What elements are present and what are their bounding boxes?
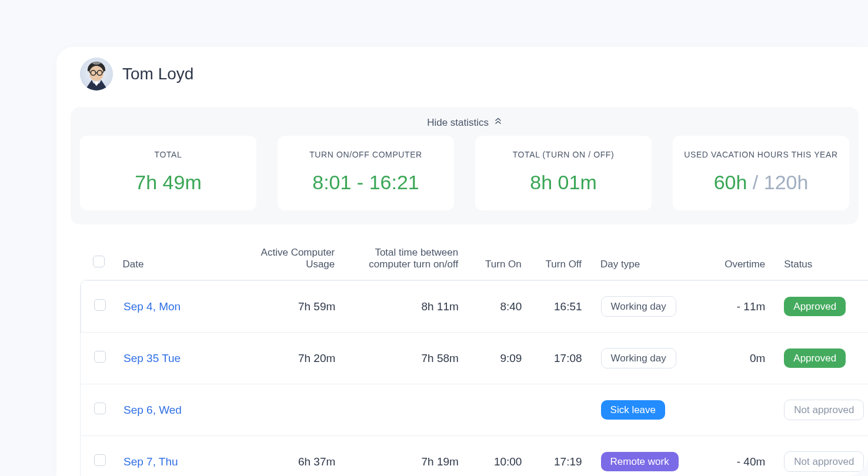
date-link[interactable]: Sep 35 Tue xyxy=(123,352,181,364)
date-link[interactable]: Sep 4, Mon xyxy=(123,300,181,313)
stat-card-vacation: USED VACATION HOURS THIS YEAR 60h / 120h xyxy=(673,136,849,210)
stat-title: TURN ON/OFF COMPUTER xyxy=(283,150,448,159)
cell-usage xyxy=(226,384,340,436)
col-totaltime: Total time between computer turn on/off xyxy=(339,241,463,280)
cell-totaltime: 7h 58m xyxy=(340,333,463,384)
col-date: Date xyxy=(118,241,226,280)
cell-overtime: 0m xyxy=(697,333,770,384)
cell-usage: 7h 59m xyxy=(226,281,340,333)
cell-turnoff: 16:51 xyxy=(526,281,586,333)
stat-value: 8:01 - 16:21 xyxy=(283,171,448,194)
cell-turnon xyxy=(463,384,527,436)
daytype-pill[interactable]: Sick leave xyxy=(601,400,665,420)
col-turnon: Turn On xyxy=(463,241,526,280)
select-all-checkbox[interactable] xyxy=(93,256,105,267)
cell-turnoff: 17:19 xyxy=(526,436,586,477)
row-checkbox[interactable] xyxy=(94,454,106,466)
user-name: Tom Loyd xyxy=(122,65,193,83)
col-status: Status xyxy=(770,241,868,280)
stats-section: Hide statistics TOTAL 7h 49m TURN ON/OFF… xyxy=(71,107,859,224)
vacation-total: 120h xyxy=(764,171,809,193)
stat-card-total: TOTAL 7h 49m xyxy=(80,136,256,210)
chevron-up-double-icon xyxy=(494,116,502,128)
col-overtime: Overtime xyxy=(697,241,770,280)
stat-cards: TOTAL 7h 49m TURN ON/OFF COMPUTER 8:01 -… xyxy=(80,136,849,210)
daytype-pill[interactable]: Working day xyxy=(601,296,676,317)
cell-turnon: 9:09 xyxy=(463,333,527,384)
vacation-sep: / xyxy=(747,171,763,193)
stat-value: 7h 49m xyxy=(86,171,251,194)
col-usage: Active Computer Usage xyxy=(226,241,340,280)
main-panel: Tom Loyd Hide statistics TOTAL 7h 49m xyxy=(56,47,868,476)
table-row: Sep 35 Tue7h 20m7h 58m9:0917:08Working d… xyxy=(81,333,869,384)
timesheet-table: Date Active Computer Usage Total time be… xyxy=(56,241,868,476)
svg-point-1 xyxy=(89,66,104,81)
status-badge: Approved xyxy=(784,297,846,316)
cell-turnoff xyxy=(526,384,586,436)
vacation-used: 60h xyxy=(714,171,747,193)
stat-value: 60h / 120h xyxy=(679,171,843,194)
stat-title: TOTAL (TURN ON / OFF) xyxy=(481,150,646,159)
cell-turnon: 8:40 xyxy=(463,281,527,333)
avatar xyxy=(80,58,113,90)
cell-overtime xyxy=(697,384,770,436)
status-badge: Not approved xyxy=(784,451,864,472)
toggle-stats-label: Hide statistics xyxy=(427,117,489,128)
stat-card-onoff: TURN ON/OFF COMPUTER 8:01 - 16:21 xyxy=(278,136,454,210)
cell-overtime: - 40m xyxy=(697,436,770,477)
date-link[interactable]: Sep 7, Thu xyxy=(123,455,178,468)
user-header: Tom Loyd xyxy=(56,47,868,107)
col-daytype: Day type xyxy=(586,241,697,280)
daytype-pill[interactable]: Remote work xyxy=(601,452,679,471)
cell-totaltime xyxy=(340,384,463,436)
cell-totaltime: 8h 11m xyxy=(340,281,463,333)
cell-totaltime: 7h 19m xyxy=(340,436,463,477)
toggle-stats-button[interactable]: Hide statistics xyxy=(80,114,849,136)
table-row: Sep 4, Mon7h 59m8h 11m8:4016:51Working d… xyxy=(81,281,869,333)
daytype-pill[interactable]: Working day xyxy=(601,348,676,368)
status-badge: Approved xyxy=(784,348,846,368)
cell-turnon: 10:00 xyxy=(463,436,527,477)
date-link[interactable]: Sep 6, Wed xyxy=(123,404,182,416)
row-checkbox[interactable] xyxy=(94,299,106,311)
table-row: Sep 6, WedSick leaveNot approved xyxy=(81,384,869,436)
stat-card-total-onoff: TOTAL (TURN ON / OFF) 8h 01m xyxy=(475,136,652,210)
stat-title: USED VACATION HOURS THIS YEAR xyxy=(679,150,843,159)
stat-title: TOTAL xyxy=(86,150,251,159)
col-turnoff: Turn Off xyxy=(526,241,586,280)
table-row: Sep 7, Thu6h 37m7h 19m10:0017:19Remote w… xyxy=(81,436,869,477)
app-canvas: Tom Loyd Hide statistics TOTAL 7h 49m xyxy=(0,0,868,476)
cell-turnoff: 17:08 xyxy=(526,333,586,384)
table-header: Date Active Computer Usage Total time be… xyxy=(80,241,868,280)
cell-usage: 6h 37m xyxy=(226,436,340,477)
cell-usage: 7h 20m xyxy=(226,333,340,384)
status-badge: Not approved xyxy=(784,400,864,420)
row-checkbox[interactable] xyxy=(94,351,106,363)
row-checkbox[interactable] xyxy=(94,403,106,414)
stat-value: 8h 01m xyxy=(481,171,646,194)
cell-overtime: - 11m xyxy=(697,281,770,333)
